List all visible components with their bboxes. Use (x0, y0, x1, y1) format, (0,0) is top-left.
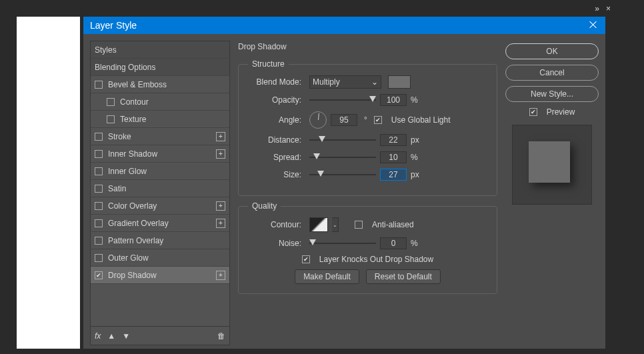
outer-glow-row[interactable]: Outer Glow (91, 249, 229, 267)
size-input[interactable]: 27 (380, 169, 407, 181)
dialog-titlebar: Layer Style (83, 17, 605, 34)
texture-row[interactable]: Texture (91, 111, 229, 128)
angle-input[interactable]: 95 (331, 114, 357, 126)
preview-thumbnail (512, 125, 592, 205)
inner-shadow-row[interactable]: Inner Shadow+ (91, 145, 229, 163)
plus-icon[interactable]: + (216, 271, 225, 280)
contour-dropdown-icon[interactable]: ⌄ (332, 217, 339, 232)
blend-mode-label: Blend Mode: (248, 77, 301, 87)
checkbox-icon[interactable] (95, 185, 103, 193)
spread-slider[interactable] (309, 153, 376, 162)
inner-glow-row[interactable]: Inner Glow (91, 163, 229, 180)
canvas-background (17, 17, 80, 349)
actions-column: OK Cancel New Style... ✔ Preview (505, 41, 599, 345)
reset-default-button[interactable]: Reset to Default (366, 269, 441, 284)
distance-slider[interactable] (309, 135, 376, 145)
gradient-overlay-row[interactable]: Gradient Overlay+ (91, 215, 229, 232)
trash-icon[interactable]: 🗑 (217, 331, 225, 341)
structure-legend: Structure (248, 59, 289, 69)
noise-input[interactable]: 0 (380, 237, 407, 249)
checkbox-icon[interactable] (95, 202, 103, 210)
bevel-emboss-row[interactable]: Bevel & Emboss (91, 76, 229, 93)
pattern-overlay-row[interactable]: Pattern Overlay (91, 232, 229, 249)
styles-footer: fx ▲ ▼ 🗑 (90, 327, 230, 345)
arrow-up-icon[interactable]: ▲ (107, 331, 115, 341)
plus-icon[interactable]: + (216, 219, 225, 228)
opacity-input[interactable]: 100 (380, 94, 407, 106)
fx-icon[interactable]: fx (95, 331, 101, 341)
distance-label: Distance: (248, 135, 301, 145)
opacity-label: Opacity: (248, 95, 301, 105)
size-label: Size: (248, 170, 301, 179)
drop-shadow-row[interactable]: ✔Drop Shadow+ (91, 267, 229, 284)
knockout-checkbox[interactable]: ✔ (302, 255, 310, 263)
anti-aliased-label: Anti-aliased (372, 220, 414, 229)
preview-label: Preview (547, 107, 575, 117)
checkbox-icon[interactable] (95, 133, 103, 141)
section-title: Drop Shadow (238, 42, 497, 51)
styles-column: Styles Blending Options Bevel & Emboss C… (90, 41, 230, 345)
stroke-row[interactable]: Stroke+ (91, 128, 229, 145)
shadow-color-swatch[interactable] (388, 75, 411, 89)
ok-button[interactable]: OK (505, 43, 599, 59)
contour-swatch[interactable] (309, 217, 328, 232)
global-light-label: Use Global Light (391, 115, 451, 125)
contour-label: Contour: (248, 220, 301, 229)
checkbox-icon[interactable] (95, 167, 103, 175)
noise-slider[interactable] (309, 239, 376, 248)
dialog-title: Layer Style (90, 20, 137, 31)
color-overlay-row[interactable]: Color Overlay+ (91, 197, 229, 215)
plus-icon[interactable]: + (216, 132, 225, 141)
blending-options-row[interactable]: Blending Options (91, 59, 229, 76)
contour-row[interactable]: Contour (91, 93, 229, 111)
structure-group: Structure Blend Mode: Multiply⌄ Opacity:… (238, 59, 497, 196)
size-slider[interactable] (309, 170, 376, 179)
spread-label: Spread: (248, 153, 301, 162)
satin-row[interactable]: Satin (91, 180, 229, 197)
checkbox-icon[interactable]: ✔ (95, 271, 103, 279)
settings-column: Drop Shadow Structure Blend Mode: Multip… (238, 41, 497, 345)
plus-icon[interactable]: + (216, 149, 225, 159)
checkbox-icon[interactable] (95, 237, 103, 245)
quality-group: Quality Contour: ⌄ Anti-aliased Noise: 0… (238, 201, 497, 294)
preview-checkbox[interactable]: ✔ (529, 108, 537, 116)
quality-legend: Quality (248, 201, 281, 211)
global-light-checkbox[interactable]: ✔ (374, 116, 382, 124)
distance-input[interactable]: 22 (380, 134, 407, 146)
checkbox-icon[interactable] (95, 254, 103, 262)
spread-input[interactable]: 10 (380, 151, 407, 163)
checkbox-icon[interactable] (95, 219, 103, 227)
opacity-slider[interactable] (309, 95, 376, 105)
knockout-label: Layer Knocks Out Drop Shadow (319, 255, 433, 264)
styles-header[interactable]: Styles (91, 41, 229, 59)
make-default-button[interactable]: Make Default (295, 269, 359, 284)
panel-topbar: » × (595, 4, 611, 13)
plus-icon[interactable]: + (216, 201, 225, 211)
collapse-icon[interactable]: » (595, 4, 599, 13)
checkbox-icon[interactable] (95, 81, 103, 89)
checkbox-icon[interactable] (107, 115, 115, 123)
close-icon[interactable] (588, 20, 599, 31)
arrow-down-icon[interactable]: ▼ (122, 331, 130, 341)
chevron-down-icon: ⌄ (371, 77, 378, 87)
cancel-button[interactable]: Cancel (505, 65, 599, 81)
noise-label: Noise: (248, 239, 301, 248)
panel-close-icon[interactable]: × (606, 4, 611, 13)
anti-aliased-checkbox[interactable] (355, 221, 363, 229)
angle-dial[interactable] (309, 111, 327, 129)
angle-label: Angle: (248, 115, 301, 125)
checkbox-icon[interactable] (107, 98, 115, 106)
blend-mode-select[interactable]: Multiply⌄ (309, 75, 381, 89)
layer-style-dialog: Layer Style Styles Blending Options Beve… (83, 17, 605, 349)
new-style-button[interactable]: New Style... (505, 86, 599, 102)
checkbox-icon[interactable] (95, 150, 103, 158)
